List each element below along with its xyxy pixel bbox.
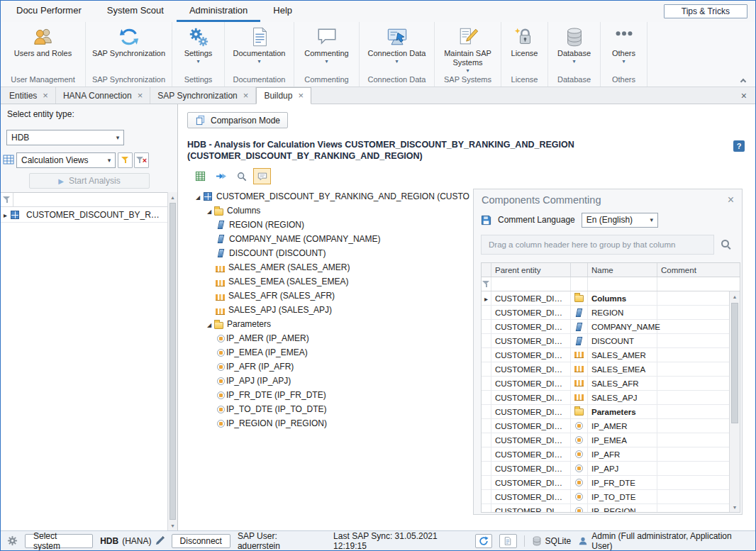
group-by-hint[interactable]: Drag a column header here to group by th… — [481, 235, 714, 255]
table-row[interactable]: CUSTOMER_DISCOUNT_BY_RANKING_AND_REGION … — [482, 419, 729, 433]
comment-filter-cell[interactable] — [657, 277, 740, 291]
sync-log-button[interactable] — [499, 534, 516, 548]
comment-cell[interactable] — [657, 490, 729, 503]
sap-synchronization-button[interactable]: SAP Synchronization — [86, 22, 172, 74]
scroll-up-icon[interactable] — [168, 192, 177, 202]
entity-row[interactable]: CUSTOMER_DISCOUNT_BY_RANKING_AND_REGION — [1, 207, 167, 223]
table-row[interactable]: CUSTOMER_DISCOUNT_BY_RANKING_AND_REGION … — [482, 490, 729, 504]
clear-filter-button[interactable]: × — [134, 152, 149, 168]
comment-cell[interactable] — [657, 433, 729, 447]
entity-kind-select[interactable]: Calculation Views — [16, 152, 116, 168]
table-row[interactable]: CUSTOMER_DISCOUNT_BY_RANKING_AND_REGION … — [482, 462, 729, 476]
tree-node[interactable]: SALES_AFR (SALES_AFR) — [191, 289, 469, 303]
tab-close-icon[interactable] — [298, 91, 304, 101]
system-select[interactable]: HDB — [6, 130, 124, 145]
table-row[interactable]: CUSTOMER_DISCOUNT_BY_RANKING_AND_REGION … — [482, 405, 729, 419]
expander-icon[interactable] — [204, 319, 214, 329]
menu-administration[interactable]: Administration — [177, 1, 260, 22]
sidebar-scrollbar[interactable] — [167, 192, 177, 530]
tree-node[interactable]: IP_TO_DTE (IP_TO_DTE) — [191, 402, 469, 416]
name-filter-cell[interactable] — [588, 277, 657, 291]
toggle-commenting-button[interactable] — [253, 168, 271, 184]
database-button[interactable]: Database — [548, 22, 600, 74]
comment-cell[interactable] — [657, 447, 729, 461]
comment-cell[interactable] — [657, 291, 729, 305]
menu-docu-performer[interactable]: Docu Performer — [4, 1, 94, 22]
menu-help[interactable]: Help — [260, 1, 305, 22]
users-and-roles-button[interactable]: Users and Roles — [1, 22, 85, 74]
others-button[interactable]: Others — [601, 22, 647, 74]
tree-node[interactable]: CUSTOMER_DISCOUNT_BY_RANKING_AND_REGION … — [191, 189, 469, 204]
table-row[interactable]: CUSTOMER_DISCOUNT_BY_RANKING_AND_REGION … — [482, 433, 729, 447]
table-row[interactable]: CUSTOMER_DISCOUNT_BY_RANKING_AND_REGION … — [482, 377, 729, 391]
tree-node[interactable]: IP_AFR (IP_AFR) — [191, 360, 469, 374]
table-row[interactable]: CUSTOMER_DISCOUNT_BY_RANKING_AND_REGION … — [482, 391, 729, 405]
comment-cell[interactable] — [657, 476, 729, 489]
export-button[interactable] — [212, 168, 230, 184]
zoom-button[interactable] — [233, 168, 250, 184]
tree-node[interactable]: SALES_EMEA (SALES_EMEA) — [191, 274, 469, 289]
table-scrollbar[interactable] — [729, 291, 740, 512]
search-button[interactable] — [718, 236, 735, 253]
table-row[interactable]: CUSTOMER_DISCOUNT_BY_RANKING_AND_REGION … — [482, 291, 729, 306]
tree-node[interactable]: IP_APJ (IP_APJ) — [191, 374, 469, 388]
scroll-down-icon[interactable] — [168, 521, 177, 530]
tree-node[interactable]: IP_EMEA (IP_EMEA) — [191, 345, 469, 360]
scrollbar-thumb[interactable] — [169, 203, 176, 520]
tips-and-tricks-button[interactable]: Tips & Tricks — [664, 4, 747, 18]
tab[interactable]: HANA Connection — [56, 87, 150, 104]
tab-close-icon[interactable] — [138, 91, 143, 101]
icon-column-header[interactable] — [571, 263, 588, 277]
gear-icon[interactable] — [7, 535, 18, 546]
comment-cell[interactable] — [657, 348, 729, 362]
save-icon[interactable] — [481, 215, 491, 226]
table-row[interactable]: CUSTOMER_DISCOUNT_BY_RANKING_AND_REGION … — [482, 320, 729, 334]
documentation-button[interactable]: Documentation — [225, 22, 294, 74]
connection-data-button[interactable]: Connection Data — [360, 22, 434, 74]
comment-cell[interactable] — [657, 405, 729, 418]
tab-close-icon[interactable] — [243, 91, 249, 101]
comment-cell[interactable] — [657, 334, 729, 347]
refresh-button[interactable] — [475, 534, 492, 548]
scrollbar-thumb[interactable] — [731, 303, 738, 423]
expander-icon[interactable] — [204, 206, 214, 216]
comment-cell[interactable] — [657, 504, 729, 512]
comment-cell[interactable] — [657, 462, 729, 475]
parent-entity-column-header[interactable]: Parent entity — [491, 263, 571, 277]
table-row[interactable]: CUSTOMER_DISCOUNT_BY_RANKING_AND_REGION … — [482, 476, 729, 490]
panel-close-icon[interactable] — [728, 194, 734, 206]
tab-close-icon[interactable] — [43, 91, 48, 101]
comment-cell[interactable] — [657, 391, 729, 404]
scroll-down-icon[interactable] — [730, 502, 740, 512]
disconnect-button[interactable]: Disconnect — [172, 534, 230, 548]
parent-filter-cell[interactable] — [491, 277, 571, 291]
expand-icon[interactable] — [4, 210, 7, 220]
tab[interactable]: Buildup — [256, 87, 311, 104]
entity-grid-filter-row[interactable] — [1, 193, 167, 207]
help-button[interactable]: ? — [733, 140, 745, 152]
settings-button[interactable]: Settings — [172, 22, 224, 74]
start-analysis-button[interactable]: Start Analysis — [29, 173, 150, 189]
select-system-button[interactable]: Select system — [25, 534, 93, 548]
comment-cell[interactable] — [657, 377, 729, 390]
tree-node[interactable]: DISCOUNT (DISCOUNT) — [191, 246, 469, 260]
tree-node[interactable]: IP_REGION (IP_REGION) — [191, 416, 469, 430]
comment-language-select[interactable]: En (English) — [582, 213, 658, 228]
table-row[interactable]: CUSTOMER_DISCOUNT_BY_RANKING_AND_REGION … — [482, 447, 729, 462]
export-excel-button[interactable] — [191, 168, 209, 184]
tree-node[interactable]: SALES_AMER (SALES_AMER) — [191, 260, 469, 274]
tree-node[interactable]: COMPANY_NAME (COMPANY_NAME) — [191, 232, 469, 246]
comparison-mode-button[interactable]: Comparison Mode — [187, 112, 288, 128]
scroll-up-icon[interactable] — [730, 291, 740, 301]
table-row[interactable]: CUSTOMER_DISCOUNT_BY_RANKING_AND_REGION … — [482, 334, 729, 348]
tree-node[interactable]: Columns — [191, 204, 469, 218]
name-column-header[interactable]: Name — [588, 263, 657, 277]
close-tab-icon[interactable] — [741, 87, 747, 104]
tree-node[interactable]: SALES_APJ (SALES_APJ) — [191, 303, 469, 317]
tree-node[interactable]: IP_FR_DTE (IP_FR_DTE) — [191, 388, 469, 402]
tab[interactable]: SAP Synchronization — [150, 87, 256, 104]
comment-cell[interactable] — [657, 362, 729, 376]
expander-icon[interactable] — [193, 191, 203, 201]
commenting-button[interactable]: Commenting — [294, 22, 359, 74]
ribbon-collapse-button[interactable] — [738, 76, 748, 84]
